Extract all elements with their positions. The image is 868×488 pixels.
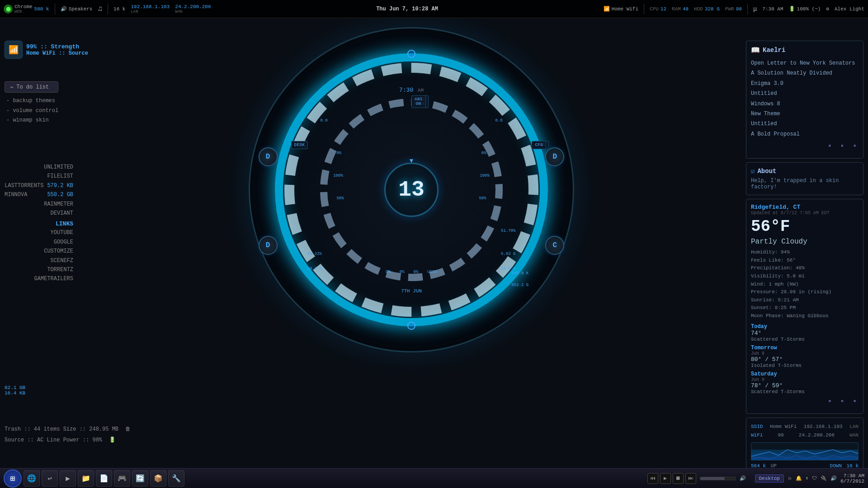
- weather-location: Ridgefield, CT: [751, 204, 859, 211]
- taskbar-forward[interactable]: ▶: [60, 470, 76, 487]
- pressure: Pressure: 29.99 in (rising): [751, 288, 859, 296]
- bm-6[interactable]: New Theme: [751, 109, 859, 119]
- link-torrentz[interactable]: TORRENTZ: [5, 265, 73, 274]
- taskbar-back[interactable]: ↩: [42, 470, 58, 487]
- divider1: [55, 4, 55, 14]
- forecast-sat-sub: Jun 9: [751, 377, 859, 382]
- link-filelist[interactable]: FILELIST: [5, 172, 73, 181]
- divider2: [108, 4, 108, 14]
- wifi-source: Source: [69, 50, 88, 56]
- net-graph-svg: [751, 443, 858, 460]
- bookmark-username: Kaelri: [763, 47, 785, 54]
- volume-slider[interactable]: [700, 477, 736, 480]
- notify-icon1: 🔔: [796, 475, 802, 481]
- settings-icon-top[interactable]: ⚙: [826, 6, 829, 12]
- music-icon: ♫: [98, 5, 102, 13]
- battery-val: 100% (~): [797, 6, 821, 12]
- link-scenefz[interactable]: SCENEFZ: [5, 256, 73, 265]
- taskbar-app3[interactable]: 🔧: [168, 470, 184, 487]
- bm-2[interactable]: A Solution Neatly Divided: [751, 68, 859, 78]
- wifi-val: 99: [778, 431, 784, 440]
- cpu-stat: CPU 12: [650, 6, 666, 12]
- bm-3[interactable]: Enigma 3.0: [751, 79, 859, 89]
- music-item[interactable]: ♫: [98, 5, 102, 13]
- link-deviant[interactable]: DEVIANT: [5, 209, 73, 218]
- about-section: ☑ About Help, I'm trapped in a skin fact…: [746, 162, 863, 195]
- bm-5[interactable]: Windows 8: [751, 99, 859, 109]
- bm-1[interactable]: Open Letter to New York Senators: [751, 58, 859, 68]
- todo-items: backup themes volume control winamp skin: [5, 96, 58, 126]
- weather-forecast: Today 74° Scattered T-Storms Tomorrow Ju…: [751, 324, 859, 394]
- pct-ml: 100%: [333, 174, 343, 178]
- dot-nav-1[interactable]: • • •: [751, 142, 859, 151]
- checkbox-icon: ☑: [751, 167, 755, 175]
- trash-icon: 🗑: [125, 426, 131, 432]
- ram-label: RAM: [672, 6, 681, 12]
- right-time-val: 7:30 AM: [762, 6, 783, 12]
- net-speed-val: 16 k: [113, 6, 125, 12]
- trash-items: 44 items: [34, 426, 60, 432]
- link-gametrailers[interactable]: GAMETRAILERS: [5, 274, 73, 283]
- chrome-type: WEB: [14, 9, 33, 14]
- minnova-name[interactable]: MINNOVA: [5, 190, 27, 199]
- forecast-tomorrow-sub: Jun 8: [751, 351, 859, 356]
- media-play[interactable]: ▶: [660, 473, 671, 484]
- taskbar-app2[interactable]: 📦: [150, 470, 166, 487]
- speakers-item[interactable]: 🔊 Speakers: [61, 6, 93, 12]
- media-next[interactable]: ⏭: [685, 473, 696, 484]
- bm-4[interactable]: Untitled: [751, 89, 859, 99]
- todo-title: To do list: [16, 84, 49, 90]
- bm-7[interactable]: Untitled: [751, 119, 859, 129]
- top-bar: ⬤ Chrome WEB 580 k 🔊 Speakers ♫ 16 k 192…: [0, 0, 868, 18]
- link-unlimited[interactable]: UNLIMITED: [5, 163, 73, 172]
- taskbar-folder[interactable]: 📁: [78, 470, 94, 487]
- mu-btn[interactable]: μ: [753, 5, 757, 13]
- start-button[interactable]: ⊞: [4, 469, 22, 488]
- todo-header[interactable]: ✏ To do list: [5, 81, 58, 93]
- btn-ani-on[interactable]: ANI ON: [411, 95, 426, 108]
- bookmark-section: 📖 Kaelri Open Letter to New York Senator…: [746, 41, 863, 159]
- taskbar-steam[interactable]: 🎮: [114, 470, 130, 487]
- link-youtube[interactable]: YOUTUBE: [5, 228, 73, 237]
- link-google[interactable]: GOOGLE: [5, 238, 73, 247]
- weather-section: Ridgefield, CT Updated at 6/7/12 7:05 AM…: [746, 199, 863, 414]
- todo-widget: ✏ To do list backup themes volume contro…: [5, 81, 58, 126]
- pct-mr: 100%: [480, 174, 490, 178]
- taskbar-right: 🔔 ⬆ 🛡 🔌 🔊 7:30 AM 6/7/2012: [796, 473, 864, 484]
- wan-ip-info: 24.2.200.206 WAN: [175, 4, 211, 14]
- link-rainmeter[interactable]: RAINMETER: [5, 200, 73, 209]
- clock-date: 6/7/2012: [840, 479, 864, 484]
- forecast-sat-label: Saturday: [751, 371, 859, 377]
- ssid-val: Home WiFi: [770, 422, 797, 431]
- wifi-top-label: Home Wifi: [612, 6, 638, 12]
- media-stop[interactable]: ⏹: [673, 473, 684, 484]
- user-label: Alex Light: [835, 6, 864, 12]
- link-customize[interactable]: CUSTOMIZE: [5, 247, 73, 256]
- btn-desk[interactable]: DESK: [291, 141, 308, 149]
- d-btn-topleft[interactable]: D: [259, 147, 278, 166]
- sunrise: Sunrise: 5:21 AM: [751, 296, 859, 305]
- desktop-button[interactable]: Desktop: [755, 474, 784, 483]
- bm-8[interactable]: A Bold Proposal: [751, 129, 859, 139]
- about-title-text: About: [757, 168, 776, 175]
- taskbar-doc[interactable]: 📄: [96, 470, 112, 487]
- ram-val: 48: [683, 6, 689, 12]
- notify-icon4: 🔌: [821, 475, 827, 481]
- wan-label: WAN: [175, 9, 211, 14]
- app-chrome[interactable]: ⬤ Chrome WEB 580 k: [4, 4, 49, 14]
- pwr-label: PWR: [725, 6, 734, 12]
- wind: Wind: 1 mph (NW): [751, 281, 859, 289]
- weather-desc: Partly Cloudy: [751, 238, 859, 246]
- about-text: Help, I'm trapped in a skin factory!: [751, 178, 859, 190]
- dot-nav-2[interactable]: • • •: [751, 397, 859, 406]
- media-prev[interactable]: ⏮: [647, 473, 658, 484]
- bookmark-icon: 📖: [751, 46, 760, 55]
- lasttorrents-name[interactable]: LASTTORRENTS: [5, 181, 43, 190]
- d-btn-bottomleft[interactable]: D: [259, 236, 278, 255]
- btn-cfg[interactable]: CFG: [532, 141, 546, 149]
- taskbar-app1[interactable]: 🔄: [132, 470, 148, 487]
- taskbar-browser[interactable]: 🌐: [24, 470, 40, 487]
- dial-time-val: 7:30: [399, 87, 413, 94]
- lan-ip-right: 192.168.1.103: [804, 422, 843, 431]
- pwr-val: 98: [736, 6, 742, 12]
